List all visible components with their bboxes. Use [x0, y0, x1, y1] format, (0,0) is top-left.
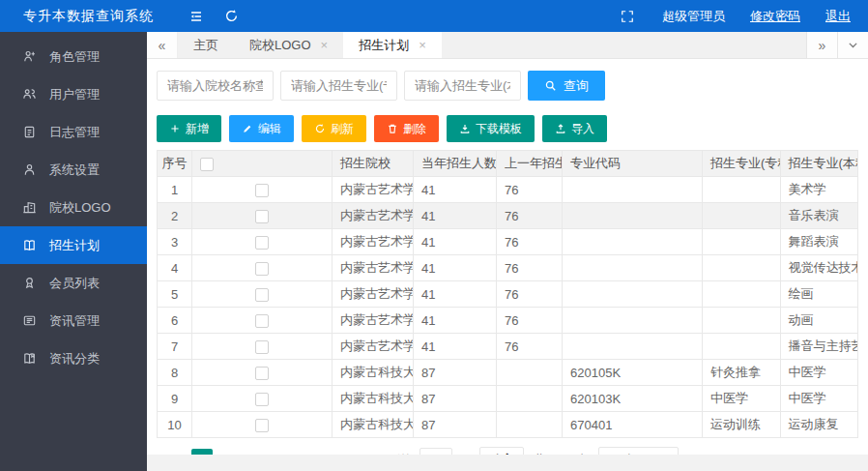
refresh-page-icon[interactable] [214, 0, 248, 32]
users [21, 87, 37, 103]
sidebar-item-log-management[interactable]: 日志管理 [0, 113, 147, 151]
cell-major-code [563, 255, 703, 281]
sidebar-item-label: 会员列表 [49, 275, 100, 292]
toolbar-button-label: 导入 [571, 121, 594, 137]
delete-button[interactable]: 删除 [374, 115, 439, 142]
table-row[interactable]: 5 内蒙古艺术学院 41 76 绘画 [158, 281, 858, 308]
refresh [314, 123, 326, 134]
sidebar-item-label: 角色管理 [49, 48, 100, 66]
cell-current-year-count: 41 [414, 334, 497, 360]
cell-major-zhuanke [703, 177, 781, 203]
cell-major-benke: 中医学 [780, 360, 858, 386]
cell-index: 1 [158, 177, 192, 203]
collapse-menu-icon[interactable] [179, 0, 214, 32]
main-layout: 角色管理 用户管理 日志管理 系统设置 [0, 32, 868, 471]
edit-button[interactable]: 编辑 [229, 115, 294, 142]
cell-major-zhuanke [703, 334, 781, 360]
row-checkbox[interactable] [255, 340, 269, 354]
tab-label: 主页 [193, 37, 218, 54]
cell-current-year-count: 41 [414, 203, 497, 229]
query-button[interactable]: 查询 [528, 71, 605, 101]
cell-major-code [563, 308, 703, 334]
add-button[interactable]: 新增 [157, 115, 221, 142]
sidebar-item-system-settings[interactable]: 系统设置 [0, 151, 147, 189]
sidebar-item-news-category[interactable]: 资讯分类 [0, 339, 147, 377]
table-header-cell: 专业代码 [563, 151, 703, 177]
tabs-menu-icon[interactable] [837, 32, 868, 58]
table-row[interactable]: 7 内蒙古艺术学院 41 76 播音与主持艺术 [158, 334, 858, 360]
cell-major-benke: 运动康复 [780, 412, 858, 438]
fullscreen-icon[interactable] [618, 0, 637, 32]
column-label: 上一年招生... [505, 156, 563, 170]
cell-index: 10 [158, 412, 192, 438]
search-row: 查询 [157, 71, 858, 101]
import-button[interactable]: 导入 [542, 115, 607, 142]
sidebar-item-user-management[interactable]: 用户管理 [0, 75, 147, 113]
table-header-cell [192, 151, 333, 177]
tab-home[interactable]: 主页 [178, 32, 234, 58]
table-header-cell: 招生院校 [333, 151, 414, 177]
tab-close-icon[interactable]: × [419, 39, 426, 51]
tabs-scroll-left-icon[interactable]: « [147, 32, 178, 58]
major-benke-search-input[interactable] [404, 71, 521, 101]
upload [555, 123, 566, 134]
table-row[interactable]: 10 内蒙古科技大学包头医学院 87 670401 运动训练 运动康复 [158, 412, 858, 438]
row-checkbox[interactable] [255, 236, 269, 250]
major-zhuanke-search-input[interactable] [280, 71, 397, 101]
change-password-link[interactable]: 修改密码 [750, 8, 800, 25]
toolbar: 新增 编辑 刷新 [157, 115, 858, 142]
header-left: 专升本数据查询系统 [0, 0, 248, 32]
tab-close-icon[interactable]: × [321, 39, 329, 51]
sidebar-item-member-list[interactable]: 会员列表 [0, 264, 147, 302]
table-row[interactable]: 1 内蒙古艺术学院 41 76 美术学 [158, 177, 858, 203]
column-label: 招生院校 [340, 156, 391, 170]
table-row[interactable]: 4 内蒙古艺术学院 41 76 视觉传达技术 [158, 255, 858, 281]
cell-school: 内蒙古艺术学院 [333, 229, 414, 255]
download-template-button[interactable]: 下载模板 [447, 115, 535, 142]
app-root: 专升本数据查询系统 超级管理员 修改密码 退出 [0, 0, 868, 471]
building [21, 200, 37, 216]
table-row[interactable]: 3 内蒙古艺术学院 41 76 舞蹈表演 [158, 229, 858, 255]
cell-major-zhuanke [703, 255, 781, 281]
school-name-search-input[interactable] [157, 71, 274, 101]
cell-major-benke: 播音与主持艺术 [780, 334, 858, 360]
table-row[interactable]: 9 内蒙古科技大学包头医学院 87 620103K 中医学 中医学 [158, 386, 858, 412]
row-checkbox[interactable] [255, 367, 269, 380]
row-checkbox[interactable] [255, 210, 269, 223]
row-checkbox[interactable] [255, 314, 269, 328]
sidebar-item-school-logo[interactable]: 院校LOGO [0, 189, 147, 226]
refresh-button[interactable]: 刷新 [302, 115, 366, 142]
plus [169, 123, 181, 134]
table-row[interactable]: 2 内蒙古艺术学院 41 76 音乐表演 [158, 203, 858, 229]
sidebar-item-role-management[interactable]: 角色管理 [0, 38, 147, 75]
row-checkbox[interactable] [255, 262, 269, 276]
cell-checkbox [192, 229, 333, 255]
cell-checkbox [192, 203, 333, 229]
cell-major-zhuanke: 运动训练 [703, 412, 781, 438]
row-checkbox[interactable] [255, 419, 269, 432]
toolbar-button-label: 删除 [403, 121, 426, 137]
tab-bar: « 主页 院校LOGO × [147, 32, 868, 59]
logout-link[interactable]: 退出 [825, 8, 851, 25]
cell-current-year-count: 41 [414, 229, 497, 255]
tab-enrollment-plan[interactable]: 招生计划 × [343, 32, 442, 58]
row-checkbox[interactable] [255, 393, 269, 406]
cell-school: 内蒙古科技大学包头医学院 [333, 412, 414, 438]
sidebar-item-news-management[interactable]: 资讯管理 [0, 302, 147, 339]
row-checkbox[interactable] [255, 184, 269, 197]
cell-school: 内蒙古科技大学包头医学院 [333, 360, 414, 386]
cell-index: 3 [158, 229, 192, 255]
current-user[interactable]: 超级管理员 [662, 8, 725, 25]
cell-major-code [563, 281, 703, 308]
tab-school-logo[interactable]: 院校LOGO × [234, 32, 343, 58]
cell-major-benke: 视觉传达技术 [780, 255, 858, 281]
select-all-checkbox[interactable] [200, 158, 214, 171]
column-label: 专业代码 [570, 156, 621, 170]
sidebar-item-enrollment-plan[interactable]: 招生计划 [0, 226, 147, 264]
cell-prev-year-count: 76 [497, 308, 563, 334]
table-row[interactable]: 8 内蒙古科技大学包头医学院 87 620105K 针灸推拿 中医学 [158, 360, 858, 386]
row-checkbox[interactable] [255, 288, 269, 302]
tabs-scroll-right-icon[interactable]: » [806, 32, 837, 58]
toolbar-button-label: 下载模板 [476, 121, 522, 137]
table-row[interactable]: 6 内蒙古艺术学院 41 76 动画 [158, 308, 858, 334]
